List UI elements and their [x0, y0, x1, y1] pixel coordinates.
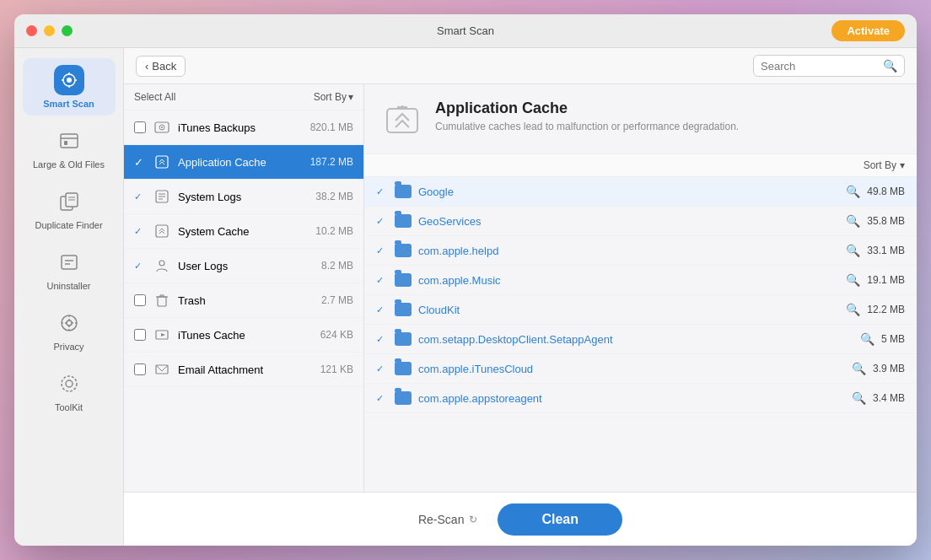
clean-button[interactable]: Clean	[498, 503, 622, 536]
svg-rect-8	[64, 141, 67, 145]
minimize-button[interactable]	[44, 25, 55, 36]
list-item[interactable]: ✓ Application Cache 187.2 MB	[124, 145, 363, 180]
svg-rect-6	[61, 134, 78, 148]
application-cache-name: Application Cache	[178, 156, 304, 169]
detail-item[interactable]: ✓ com.apple.appstoreagent 🔍 3.4 MB	[364, 384, 917, 413]
geoservices-search-icon[interactable]: 🔍	[846, 214, 860, 228]
itunes-cache-size: 624 KB	[320, 329, 353, 341]
sidebar-item-large-old-files[interactable]: Large & Old Files	[23, 119, 116, 176]
sidebar-item-uninstaller[interactable]: Uninstaller	[23, 240, 116, 298]
helpd-name: com.apple.helpd	[418, 245, 839, 257]
music-search-icon[interactable]: 🔍	[846, 273, 860, 287]
titlebar: Smart Scan Activate	[14, 14, 917, 48]
google-search-icon[interactable]: 🔍	[846, 185, 860, 198]
google-name: Google	[418, 186, 839, 198]
music-name: com.apple.Music	[418, 274, 839, 287]
large-old-files-icon	[54, 126, 84, 156]
list-item[interactable]: iTunes Cache 624 KB	[124, 318, 363, 353]
app-body: Smart Scan Large & Old Files	[14, 48, 917, 546]
smart-scan-icon	[54, 65, 84, 95]
detail-item[interactable]: ✓ com.setapp.DesktopClient.SetappAgent 🔍…	[364, 325, 917, 354]
toolkit-icon	[54, 369, 84, 399]
svg-point-16	[62, 315, 77, 331]
select-all-label[interactable]: Select All	[134, 91, 314, 103]
user-logs-size: 8.2 MB	[321, 260, 353, 272]
itunes-cache-icon	[153, 326, 171, 344]
detail-description: Cumulative caches lead to malfunction or…	[435, 121, 739, 132]
user-logs-icon	[153, 256, 171, 275]
email-attachment-checkbox[interactable]	[134, 363, 146, 375]
setapp-size: 5 MB	[881, 333, 905, 345]
trash-size: 2.7 MB	[321, 294, 353, 306]
activate-button[interactable]: Activate	[831, 20, 905, 41]
setapp-folder-icon	[395, 332, 412, 346]
cloudkit-folder-icon	[395, 303, 412, 316]
sidebar-item-smart-scan[interactable]: Smart Scan	[23, 58, 116, 116]
rescan-button[interactable]: Re-Scan ↻	[418, 513, 477, 526]
sidebar-item-toolkit[interactable]: ToolKit	[23, 362, 116, 419]
list-header: Select All Sort By ▾	[124, 84, 363, 110]
sidebar-item-duplicate-finder[interactable]: Duplicate Finder	[23, 180, 116, 237]
detail-info: Application Cache Cumulative caches lead…	[435, 100, 739, 132]
list-item[interactable]: ✓ System Logs 38.2 MB	[124, 180, 363, 214]
setapp-check: ✓	[376, 334, 388, 345]
itunes-backups-name: iTunes Backups	[178, 121, 304, 134]
appstoreagent-folder-icon	[395, 391, 412, 405]
itunescloud-search-icon[interactable]: 🔍	[852, 362, 866, 375]
system-logs-size: 38.2 MB	[315, 191, 353, 202]
sidebar-label-smart-scan: Smart Scan	[43, 99, 94, 109]
sidebar-label-duplicate-finder: Duplicate Finder	[35, 220, 102, 230]
sidebar-label-privacy: Privacy	[53, 342, 83, 352]
music-check: ✓	[376, 275, 388, 286]
helpd-search-icon[interactable]: 🔍	[846, 244, 860, 257]
sidebar-label-large-old-files: Large & Old Files	[33, 159, 105, 170]
appstoreagent-name: com.apple.appstoreagent	[418, 392, 845, 405]
trash-checkbox[interactable]	[134, 294, 146, 306]
search-box[interactable]: 🔍	[753, 55, 905, 77]
trash-icon	[153, 291, 171, 310]
close-button[interactable]	[26, 25, 37, 36]
detail-item[interactable]: ✓ Google 🔍 49.8 MB	[364, 177, 917, 207]
itunes-cache-checkbox[interactable]	[134, 329, 146, 341]
app-window: Smart Scan Activate Smart Scan	[14, 14, 917, 546]
geoservices-name: GeoServices	[418, 215, 839, 228]
list-item[interactable]: ✓ User Logs 8.2 MB	[124, 249, 363, 283]
detail-item[interactable]: ✓ com.apple.helpd 🔍 33.1 MB	[364, 236, 917, 266]
itunescloud-size: 3.9 MB	[873, 363, 905, 374]
sidebar-label-toolkit: ToolKit	[55, 402, 83, 412]
left-panel: Select All Sort By ▾	[124, 84, 364, 492]
content-area: Select All Sort By ▾	[124, 84, 917, 492]
toolbar: ‹ Back 🔍	[124, 48, 917, 84]
cloudkit-search-icon[interactable]: 🔍	[846, 303, 860, 316]
appstoreagent-search-icon[interactable]: 🔍	[852, 391, 866, 405]
setapp-search-icon[interactable]: 🔍	[860, 332, 874, 346]
cloudkit-size: 12.2 MB	[867, 304, 905, 315]
list-item[interactable]: Email Attachment 121 KB	[124, 353, 363, 387]
list-item[interactable]: ✓ System Cache 10.2 MB	[124, 214, 363, 249]
itunes-backups-checkbox[interactable]	[134, 121, 146, 133]
sidebar-label-uninstaller: Uninstaller	[47, 281, 91, 291]
cloudkit-check: ✓	[376, 304, 388, 315]
google-size: 49.8 MB	[867, 186, 905, 197]
sidebar: Smart Scan Large & Old Files	[14, 48, 124, 546]
svg-rect-13	[62, 256, 77, 269]
detail-item[interactable]: ✓ CloudKit 🔍 12.2 MB	[364, 295, 917, 325]
detail-sort-by[interactable]: Sort By ▾	[864, 159, 905, 171]
detail-items: ✓ Google 🔍 49.8 MB ✓ GeoServices 🔍	[364, 177, 917, 492]
detail-item[interactable]: ✓ com.apple.Music 🔍 19.1 MB	[364, 266, 917, 295]
sidebar-item-privacy[interactable]: Privacy	[23, 301, 116, 358]
svg-rect-34	[158, 297, 166, 306]
uninstaller-icon	[54, 247, 84, 277]
sort-by-button[interactable]: Sort By ▾	[314, 91, 353, 103]
detail-item[interactable]: ✓ com.apple.iTunesCloud 🔍 3.9 MB	[364, 354, 917, 384]
list-item[interactable]: iTunes Backups 820.1 MB	[124, 110, 363, 145]
back-button[interactable]: ‹ Back	[136, 56, 186, 77]
app-title: Smart Scan	[437, 24, 494, 37]
list-item[interactable]: Trash 2.7 MB	[124, 283, 363, 318]
detail-item[interactable]: ✓ GeoServices 🔍 35.8 MB	[364, 207, 917, 236]
svg-point-1	[67, 78, 72, 83]
itunes-cache-name: iTunes Cache	[178, 329, 314, 342]
search-input[interactable]	[761, 60, 878, 73]
maximize-button[interactable]	[62, 25, 73, 36]
search-icon: 🔍	[883, 59, 897, 73]
